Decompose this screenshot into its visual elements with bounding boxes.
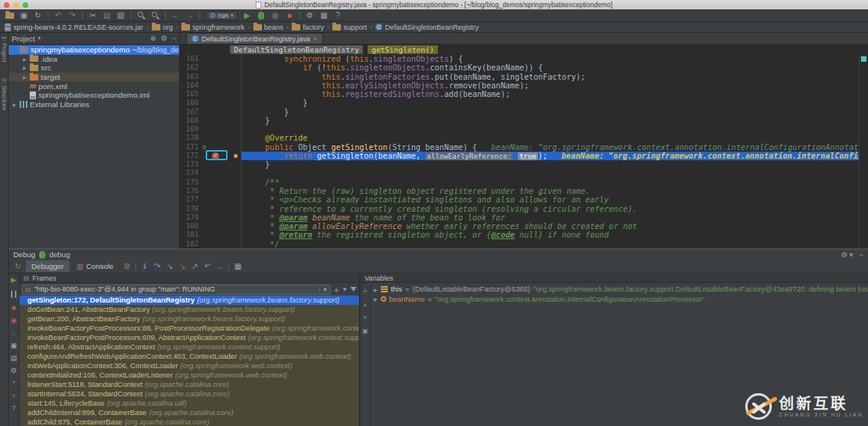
breadcrumb-method[interactable]: getSingleton() (368, 45, 438, 54)
code-text[interactable] (241, 125, 859, 134)
code-text[interactable]: * @return the registered singleton objec… (241, 231, 859, 239)
code-line[interactable]: 179 * @param beanName the name of the be… (180, 213, 859, 222)
redo-icon[interactable]: ↷ (66, 10, 79, 21)
expand-arrow-icon[interactable]: ▶ (374, 296, 378, 302)
tab-console[interactable]: ▥Console (71, 260, 119, 272)
pause-icon[interactable] (8, 288, 20, 299)
mute-breakpoints-icon[interactable]: ⊘ (120, 261, 133, 272)
frame-row[interactable]: getBean:200, AbstractBeanFactory(org.spr… (20, 314, 359, 324)
breadcrumb-item[interactable]: org (152, 23, 173, 31)
scroll-down-icon[interactable]: ▼ (362, 314, 368, 321)
run-icon[interactable]: ▶ (241, 10, 254, 21)
code-text[interactable]: * @param beanName the name of the bean t… (241, 213, 859, 222)
tree-item--idea[interactable]: ▶.idea (9, 55, 179, 64)
settings-gear-icon[interactable]: ⚙ ▾ (841, 251, 853, 259)
drop-frame-icon[interactable]: ↶ (201, 261, 213, 272)
force-step-into-icon[interactable]: ↘ (176, 261, 188, 272)
help-icon[interactable]: ? (332, 10, 345, 21)
variable-row[interactable]: ▶this = {DefaultListableBeanFactory@5365… (371, 285, 868, 295)
editor-scrollbar[interactable] (859, 55, 868, 249)
variable-row[interactable]: ▶beanName = "org.springframework.context… (371, 295, 868, 305)
code-line[interactable]: 168 } (180, 116, 859, 125)
code-text[interactable]: * <p>Checks already instantiated singlet… (241, 195, 859, 204)
code-text[interactable] (241, 169, 859, 177)
help-icon[interactable]: ? (12, 404, 16, 412)
step-out-icon[interactable]: ↗ (188, 261, 201, 272)
tree-item-pom-xml[interactable]: mpom.xml (9, 81, 179, 91)
code-text[interactable]: this.registeredSingletons.add(beanName); (241, 90, 859, 98)
code-line[interactable]: 178 * reference to a currently created s… (180, 205, 859, 213)
code-text[interactable]: } (241, 160, 859, 169)
code-text[interactable]: this.singletonFactories.put(beanName, si… (241, 73, 859, 81)
frame-row[interactable]: refresh:464, AbstractApplicationContext(… (20, 342, 359, 352)
code-text[interactable]: /** (241, 178, 859, 187)
code-text[interactable]: } (241, 108, 859, 116)
code-text[interactable]: public Object getSingleton(String beanNa… (241, 143, 859, 152)
frame-row[interactable]: getSingleton:172, DefaultSingletonBeanRe… (20, 295, 359, 305)
view-breakpoints-icon[interactable]: ◉ (11, 317, 17, 324)
expand-arrow-icon[interactable]: ▶ (22, 56, 27, 62)
frame-row[interactable]: startInternal:5634, StandardContext(org.… (20, 389, 359, 399)
inspection-indicator[interactable] (861, 56, 866, 62)
chevron-down-icon[interactable]: ▼ (319, 287, 328, 292)
find-icon[interactable] (135, 10, 148, 21)
mute-breakpoints-icon[interactable]: ◌ (12, 329, 16, 337)
rerun-debug-icon[interactable]: ↻ (12, 261, 24, 272)
code-text[interactable]: @Override (241, 134, 859, 142)
code-text[interactable]: return getSingleton(beanName, allowEarly… (241, 152, 859, 160)
cut-icon[interactable]: ✂ (86, 10, 99, 21)
collapse-all-icon[interactable]: ⊗ (150, 34, 156, 42)
code-line[interactable]: 165 this.registeredSingletons.add(beanNa… (180, 90, 859, 98)
stop-icon[interactable]: ■ (12, 304, 16, 312)
hide-panel-icon[interactable]: − (172, 34, 176, 42)
scroll-up-icon[interactable]: ▲ (362, 301, 368, 308)
breadcrumb-class[interactable]: DefaultSingletonBeanRegistry (230, 45, 363, 54)
profile-icon[interactable]: ◍ (269, 10, 282, 21)
breadcrumb-item[interactable]: factory (292, 23, 324, 31)
synchronize-icon[interactable]: ↻ (31, 10, 45, 21)
code-line[interactable]: 161 synchronized (this.singletonObjects)… (180, 55, 859, 63)
code-text[interactable]: synchronized (this.singletonObjects) { (241, 55, 859, 63)
step-over-icon[interactable]: ↷ (151, 261, 163, 272)
code-text[interactable]: * @param allowEarlyReference whether ear… (241, 222, 859, 231)
code-line[interactable]: 162 if (!this.singletonObjects.containsK… (180, 63, 859, 72)
frame-row[interactable]: start:145, LifecycleBase(org.apache.cata… (20, 399, 359, 408)
code-line[interactable]: 176 * Return the (raw) singleton object … (180, 187, 859, 195)
thread-selector[interactable]: ▤ "http-bio-8080-exec-3"@4,944 in group … (22, 285, 331, 295)
debug-session-name[interactable]: debug (49, 250, 70, 259)
breadcrumb-item[interactable]: beans (253, 23, 284, 31)
evaluate-expression-icon[interactable]: ▦ (231, 261, 244, 272)
frame-row[interactable]: initWebApplicationContext:306, ContextLo… (20, 361, 359, 371)
nav-forward-icon[interactable]: → (183, 10, 196, 21)
save-all-icon[interactable]: ▣ (17, 10, 30, 21)
code-line[interactable]: 177 * <p>Checks already instantiated sin… (180, 195, 859, 204)
code-line[interactable]: 167 } (180, 108, 859, 116)
expand-arrow-icon[interactable]: ▶ (12, 102, 17, 107)
frame-row[interactable]: contextInitialized:106, ContextLoaderLis… (20, 371, 359, 380)
restore-view-icon[interactable]: ▣ (362, 328, 368, 335)
code-line[interactable]: 174 (180, 169, 859, 177)
close-tab-icon[interactable]: × (313, 35, 317, 43)
step-into-icon[interactable]: ↘ (163, 261, 176, 272)
run-config-combo[interactable]: ⚙run▾ (206, 11, 238, 20)
code-text[interactable]: if (!this.singletonObjects.containsKey(b… (241, 63, 859, 72)
minimize-icon[interactable]: − (859, 251, 863, 259)
frame-row[interactable]: doGetBean:241, AbstractBeanFactory(org.s… (20, 305, 359, 314)
restore-layout-icon[interactable]: * (13, 379, 16, 387)
code-text[interactable]: } (241, 116, 859, 125)
thread-dump-icon[interactable]: ▣ (10, 342, 17, 349)
chevron-down-icon[interactable]: ▾ (38, 35, 41, 41)
code-text[interactable]: * Return the (raw) singleton object regi… (241, 187, 859, 195)
editor-tab[interactable]: C DefaultSingletonBeanRegistry.java × (186, 33, 323, 44)
frame-row[interactable]: invokeBeanFactoryPostProcessors:609, Abs… (20, 333, 359, 342)
tree-item-src[interactable]: ▶src (9, 63, 179, 73)
copy-icon[interactable]: ▤ (100, 10, 113, 21)
code-area[interactable]: 161 synchronized (this.singletonObjects)… (180, 55, 859, 249)
code-line[interactable]: 173 } (180, 160, 859, 169)
code-line[interactable]: 163 this.singletonFactories.put(beanName… (180, 73, 859, 81)
frame-row[interactable]: invokeBeanFactoryPostProcessors:88, Post… (20, 324, 359, 333)
show-execution-point-icon[interactable]: ⇓ (138, 261, 151, 272)
nav-back-icon[interactable]: ← (169, 10, 182, 21)
code-line[interactable]: 164 this.earlySingletonObjects.remove(be… (180, 81, 859, 90)
next-frame-icon[interactable]: ▼ (342, 286, 348, 293)
